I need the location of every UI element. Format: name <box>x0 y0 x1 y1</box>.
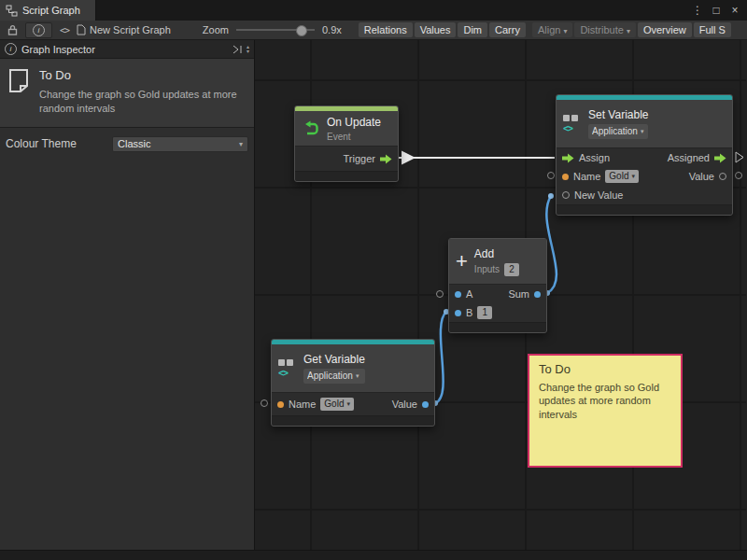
zoom-value: 0.9x <box>322 24 342 35</box>
add-icon: + <box>456 252 468 271</box>
dock-icon[interactable] <box>232 45 243 54</box>
port-add-a-external[interactable] <box>437 291 444 298</box>
value-output-port[interactable] <box>422 401 429 408</box>
port-new-value-label: New Value <box>574 189 623 201</box>
node-set-variable[interactable]: <> Set Variable Application ▾ <box>556 94 733 216</box>
variable-scope-dropdown[interactable]: Application ▾ <box>303 369 365 384</box>
dropdown-arrow-icon: ▾ <box>631 170 635 183</box>
value-output-port[interactable] <box>719 173 726 180</box>
graph-canvas[interactable]: On Update Event Trigger <box>255 40 746 550</box>
zoom-label: Zoom <box>203 24 229 35</box>
sticky-note[interactable]: To Do Change the graph so Gold updates a… <box>528 354 683 468</box>
node-title: Add <box>474 247 519 260</box>
node-on-update[interactable]: On Update Event Trigger <box>294 105 399 182</box>
port-setvariable-assigned-external[interactable] <box>736 152 743 162</box>
b-value-field[interactable]: 1 <box>477 306 492 319</box>
variable-scope-dropdown[interactable]: Application ▾ <box>588 124 648 139</box>
inspector-toggle-button[interactable]: i <box>25 22 52 38</box>
port-b-label: B <box>466 307 472 318</box>
wire-endpoint <box>548 193 554 199</box>
tab-label: Script Graph <box>22 5 80 16</box>
maximize-icon[interactable]: □ <box>708 4 725 17</box>
node-footer <box>272 415 434 426</box>
info-icon: i <box>5 43 17 55</box>
string-port-icon[interactable] <box>277 401 284 408</box>
colour-theme-dropdown[interactable]: Classic ▾ <box>112 136 248 152</box>
input-port-b[interactable] <box>455 310 461 316</box>
node-footer <box>557 204 732 215</box>
main-area: i Graph Inspector ▴▾ To Do Change <box>0 40 747 550</box>
port-assigned-label: Assigned <box>668 152 710 163</box>
bottom-scrollbar[interactable] <box>0 550 747 560</box>
window-controls: ⋮ □ × <box>689 0 747 21</box>
code-view-icon[interactable]: <> <box>60 25 69 35</box>
toolbar-button-distribute[interactable]: Distribute▾ <box>574 22 635 37</box>
port-trigger-label: Trigger <box>344 153 375 164</box>
node-subtitle: Event <box>327 132 381 142</box>
flow-input-port[interactable] <box>562 153 574 163</box>
colour-theme-row: Colour Theme Classic ▾ <box>0 128 254 161</box>
dropdown-arrow-icon: ▾ <box>356 370 359 383</box>
close-icon[interactable]: × <box>726 4 743 17</box>
new-script-graph-label: New Script Graph <box>90 24 171 35</box>
port-value-label: Value <box>689 171 714 182</box>
port-setvariable-name-external[interactable] <box>548 173 555 179</box>
todo-title: To Do <box>39 68 247 82</box>
port-getvariable-name-external[interactable] <box>261 400 268 407</box>
output-port-sum[interactable] <box>534 291 541 298</box>
zoom-slider[interactable] <box>236 24 315 35</box>
port-setvariable-value-external[interactable] <box>736 173 742 179</box>
port-sum-label: Sum <box>508 288 529 300</box>
graph-toolbar: i <> New Script Graph Zoom 0.9x Relation… <box>0 21 747 40</box>
inputs-label: Inputs <box>474 264 500 274</box>
toolbar-button-values[interactable]: Values <box>415 22 457 37</box>
inspector-todo-card: To Do Change the graph so Gold updates a… <box>0 59 254 128</box>
spinner-icon[interactable]: ▴▾ <box>247 45 249 54</box>
port-assign-label: Assign <box>579 152 610 163</box>
node-add[interactable]: + Add Inputs 2 A Sum <box>448 238 547 333</box>
variable-name-dropdown[interactable]: Gold ▾ <box>320 398 354 411</box>
toolbar-button-align[interactable]: Align▾ <box>532 22 572 37</box>
node-footer <box>295 171 398 181</box>
variable-icon: <> <box>563 115 582 133</box>
graph-inspector-title: Graph Inspector <box>21 44 95 55</box>
flow-output-port[interactable] <box>714 153 726 163</box>
input-port-a[interactable] <box>455 291 461 298</box>
titlebar: Script Graph ⋮ □ × <box>0 0 747 21</box>
graph-inspector-panel: i Graph Inspector ▴▾ To Do Change <box>0 40 255 550</box>
toolbar-button-overview[interactable]: Overview <box>638 22 692 37</box>
port-value-label: Value <box>392 399 417 410</box>
update-loop-icon <box>302 119 320 138</box>
flow-output-port[interactable] <box>380 154 392 164</box>
graph-asset-icon <box>77 24 86 35</box>
node-title: Set Variable <box>588 108 648 121</box>
dropdown-arrow-icon: ▾ <box>641 125 644 138</box>
new-script-graph-button[interactable]: New Script Graph <box>77 24 171 35</box>
node-get-variable[interactable]: <> Get Variable Application ▾ Name <box>271 339 435 427</box>
variable-name-dropdown[interactable]: Gold ▾ <box>605 170 639 183</box>
node-footer <box>449 322 546 332</box>
menu-icon[interactable]: ⋮ <box>689 4 706 17</box>
port-name-label: Name <box>573 171 600 182</box>
tab-script-graph[interactable]: Script Graph <box>0 0 96 21</box>
sticky-note-icon <box>7 68 30 93</box>
inputs-count-field[interactable]: 2 <box>504 263 519 276</box>
toolbar-button-fullscreen[interactable]: Full S <box>694 22 731 37</box>
wire-flow-arrowhead <box>402 151 416 165</box>
toolbar-button-dim[interactable]: Dim <box>458 22 487 37</box>
new-value-input-port[interactable] <box>562 191 570 199</box>
lock-icon[interactable] <box>7 24 18 35</box>
zoom-slider-thumb[interactable] <box>296 25 307 36</box>
toolbar-button-relations[interactable]: Relations <box>359 22 413 37</box>
node-title: On Update <box>327 116 381 129</box>
toolbar-buttons: Relations Values Dim Carry Align▾ Distri… <box>359 22 731 37</box>
unity-visual-scripting-window: Script Graph ⋮ □ × i <> New Script Graph… <box>0 0 747 560</box>
todo-body: Change the graph so Gold updates at more… <box>39 88 247 116</box>
dropdown-arrow-icon: ▾ <box>346 398 350 411</box>
string-port-icon[interactable] <box>562 174 569 180</box>
info-icon: i <box>33 24 45 36</box>
wire-getvalue-to-add[interactable] <box>435 312 446 403</box>
variable-icon: <> <box>278 359 297 377</box>
dropdown-arrow-icon: ▾ <box>627 27 630 35</box>
toolbar-button-carry[interactable]: Carry <box>489 22 526 37</box>
